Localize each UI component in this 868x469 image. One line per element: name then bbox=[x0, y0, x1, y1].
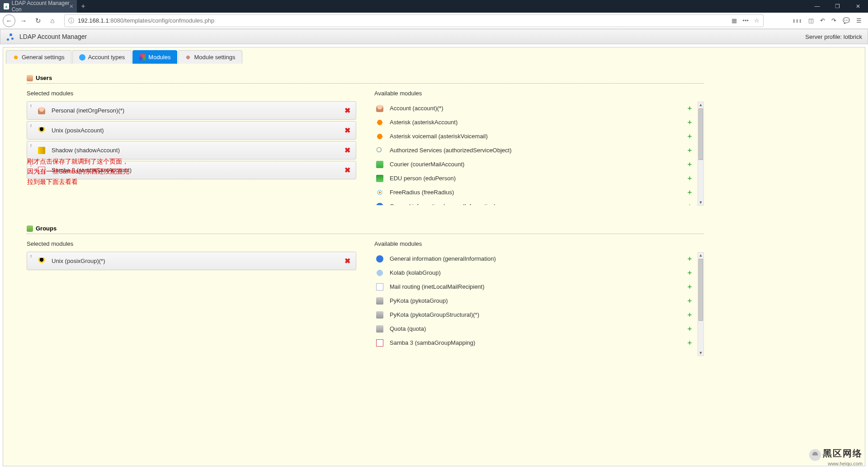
undo-icon[interactable]: ↶ bbox=[820, 17, 825, 24]
tab-label: Module settings bbox=[194, 54, 235, 61]
users-available-column: Available modules Account (account)(*)＋A… bbox=[374, 90, 704, 205]
module-label: Kolab (kolabGroup) bbox=[390, 269, 686, 276]
add-module-button[interactable]: ＋ bbox=[686, 118, 693, 127]
home-button[interactable]: ⌂ bbox=[46, 14, 59, 27]
add-module-button[interactable]: ＋ bbox=[686, 202, 693, 205]
browser-toolbar: ← → ↻ ⌂ ⓘ 192.168.1.1:8080/templates/con… bbox=[0, 13, 868, 29]
module-label: Courier (courierMailAccount) bbox=[390, 161, 686, 168]
add-module-button[interactable]: ＋ bbox=[686, 254, 693, 263]
back-button[interactable]: ← bbox=[3, 14, 15, 27]
window-controls: — ❐ ✕ bbox=[807, 0, 868, 13]
scroll-thumb[interactable] bbox=[698, 259, 703, 321]
drag-handle-icon[interactable]: ↕ bbox=[30, 123, 32, 128]
tab-favicon: ▲ bbox=[4, 3, 9, 9]
available-modules-label: Available modules bbox=[374, 240, 704, 247]
tab-general-settings[interactable]: General settings bbox=[6, 50, 71, 64]
bookmark-icon[interactable]: ☆ bbox=[754, 17, 760, 24]
new-tab-button[interactable]: + bbox=[77, 0, 90, 13]
module-icon bbox=[376, 161, 383, 168]
forward-button[interactable]: → bbox=[17, 14, 30, 27]
module-settings-icon bbox=[185, 54, 191, 61]
selected-module-row[interactable]: ↕Personal (inetOrgPerson)(*)✖ bbox=[27, 101, 356, 120]
module-icon bbox=[38, 147, 45, 154]
library-icon[interactable]: ⫾⫾⫾ bbox=[793, 17, 802, 24]
module-icon bbox=[38, 107, 45, 114]
scroll-thumb[interactable] bbox=[698, 108, 703, 160]
scrollbar[interactable]: ▲ ▼ bbox=[698, 252, 704, 356]
add-module-button[interactable]: ＋ bbox=[686, 296, 693, 305]
menu-icon[interactable]: ☰ bbox=[856, 17, 862, 24]
groups-icon bbox=[27, 225, 33, 232]
maximize-icon[interactable]: ❐ bbox=[827, 0, 848, 13]
tab-account-types[interactable]: Account types bbox=[72, 50, 132, 64]
chat-icon[interactable]: 💬 bbox=[843, 17, 850, 24]
section-title: Users bbox=[36, 75, 52, 81]
url-bar[interactable]: ⓘ 192.168.1.1:8080/templates/config/conf… bbox=[64, 14, 764, 27]
add-module-button[interactable]: ＋ bbox=[686, 160, 693, 169]
scroll-up-icon[interactable]: ▲ bbox=[698, 253, 703, 258]
module-icon bbox=[38, 258, 45, 265]
more-icon[interactable]: ••• bbox=[742, 17, 749, 24]
module-icon bbox=[376, 255, 383, 263]
remove-module-button[interactable]: ✖ bbox=[344, 166, 350, 174]
available-module-row: PyKota (pykotaGroupStructural)(*)＋ bbox=[374, 308, 695, 322]
tab-module-settings[interactable]: Module settings bbox=[178, 50, 242, 64]
app-title: LDAP Account Manager bbox=[19, 33, 87, 40]
available-module-row: Quota (quota)＋ bbox=[374, 322, 695, 336]
scrollbar[interactable]: ▲ ▼ bbox=[698, 102, 704, 206]
add-module-button[interactable]: ＋ bbox=[686, 324, 693, 333]
close-tab-icon[interactable]: × bbox=[70, 3, 73, 10]
available-module-row: FreeRadius (freeRadius)＋ bbox=[374, 185, 695, 199]
tab-label: General settings bbox=[22, 54, 65, 61]
tab-title: LDAP Account Manager Con bbox=[12, 0, 70, 13]
available-module-row: Asterisk (asteriskAccount)＋ bbox=[374, 115, 695, 129]
add-module-button[interactable]: ＋ bbox=[686, 146, 693, 155]
watermark-url: www.heiqu.com bbox=[809, 461, 863, 466]
module-icon bbox=[376, 105, 383, 112]
selected-module-row[interactable]: ↕Unix (posixAccount)✖ bbox=[27, 121, 356, 140]
module-label: General information (generalInformation) bbox=[390, 203, 686, 205]
remove-module-button[interactable]: ✖ bbox=[344, 146, 350, 155]
remove-module-button[interactable]: ✖ bbox=[344, 257, 350, 265]
available-module-row: Authorized Services (authorizedServiceOb… bbox=[374, 143, 695, 157]
section-title: Groups bbox=[36, 225, 57, 232]
browser-tab[interactable]: ▲ LDAP Account Manager Con × bbox=[0, 0, 77, 13]
available-modules-label: Available modules bbox=[374, 90, 704, 97]
info-icon[interactable]: ⓘ bbox=[68, 17, 74, 25]
close-window-icon[interactable]: ✕ bbox=[848, 0, 868, 13]
module-icon bbox=[376, 133, 383, 140]
module-label: PyKota (pykotaGroupStructural)(*) bbox=[390, 311, 686, 318]
sidebar-icon[interactable]: ◫ bbox=[808, 17, 814, 24]
scroll-down-icon[interactable]: ▼ bbox=[698, 200, 703, 205]
drag-handle-icon[interactable]: ↕ bbox=[30, 103, 32, 108]
redo-icon[interactable]: ↷ bbox=[831, 17, 836, 24]
reload-button[interactable]: ↻ bbox=[32, 14, 44, 27]
add-module-button[interactable]: ＋ bbox=[686, 188, 693, 197]
minimize-icon[interactable]: — bbox=[807, 0, 827, 13]
add-module-button[interactable]: ＋ bbox=[686, 174, 693, 183]
add-module-button[interactable]: ＋ bbox=[686, 268, 693, 277]
add-module-button[interactable]: ＋ bbox=[686, 282, 693, 291]
module-icon bbox=[376, 147, 383, 154]
module-label: Shadow (shadowAccount) bbox=[52, 147, 344, 154]
selected-module-row[interactable]: ↕Unix (posixGroup)(*)✖ bbox=[27, 252, 356, 270]
tab-modules[interactable]: Modules bbox=[132, 50, 177, 64]
module-icon bbox=[376, 325, 383, 333]
add-module-button[interactable]: ＋ bbox=[686, 132, 693, 141]
url-path: :8080/templates/config/confmodules.php bbox=[109, 17, 214, 24]
groups-available-list: General information (generalInformation)… bbox=[374, 252, 704, 350]
drag-handle-icon[interactable]: ↕ bbox=[30, 253, 32, 258]
add-module-button[interactable]: ＋ bbox=[686, 104, 693, 113]
available-module-row: Kolab (kolabGroup)＋ bbox=[374, 266, 695, 280]
remove-module-button[interactable]: ✖ bbox=[344, 106, 350, 115]
remove-module-button[interactable]: ✖ bbox=[344, 126, 350, 135]
module-icon bbox=[376, 119, 383, 126]
groups-selected-column: Selected modules ↕Unix (posixGroup)(*)✖ bbox=[27, 240, 356, 350]
drag-handle-icon[interactable]: ↕ bbox=[30, 143, 32, 148]
qr-icon[interactable]: ▦ bbox=[731, 17, 737, 24]
add-module-button[interactable]: ＋ bbox=[686, 310, 693, 319]
lam-logo-icon bbox=[6, 33, 16, 41]
scroll-up-icon[interactable]: ▲ bbox=[698, 103, 703, 107]
add-module-button[interactable]: ＋ bbox=[686, 338, 693, 347]
scroll-down-icon[interactable]: ▼ bbox=[698, 351, 703, 355]
